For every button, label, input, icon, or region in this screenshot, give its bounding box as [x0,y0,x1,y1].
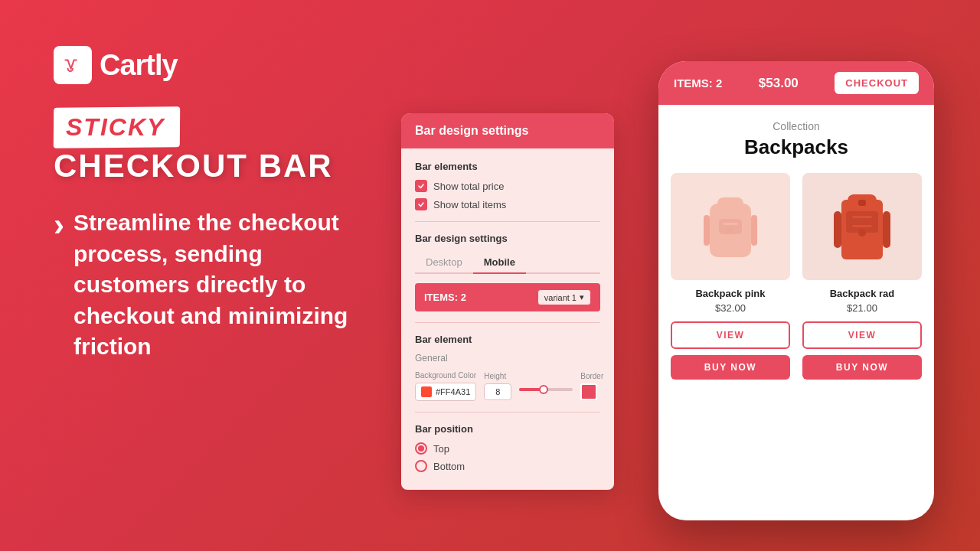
show-total-items-row[interactable]: Show total items [415,198,600,210]
tab-mobile[interactable]: Mobile [473,252,526,274]
svg-rect-16 [858,200,866,206]
radio-top[interactable] [415,442,427,455]
svg-rect-2 [717,197,743,213]
radio-top-inner [418,445,424,452]
sticky-label: STICKY [66,113,165,141]
divider-1 [415,221,600,222]
svg-point-7 [727,227,733,233]
settings-panel: Bar design settings Bar elements Show to… [401,113,614,490]
phone-top-bar: ITEMS: 2 $53.00 CHECKOUT [658,61,934,105]
product-price-red: $21.00 [847,302,877,314]
height-value: 8 [495,387,500,396]
svg-rect-6 [723,223,738,225]
color-swatch [421,386,432,397]
border-group: Border [580,372,603,400]
border-swatch[interactable] [580,383,597,400]
bar-element-section: Bar element General Background Color #FF… [415,334,600,401]
slider-track[interactable] [519,388,573,391]
radio-bottom[interactable] [415,460,427,472]
general-label: General [415,353,600,364]
show-total-price-row[interactable]: Show total price [415,180,600,192]
variant-dropdown[interactable]: variant 1 ▾ [537,289,591,305]
checkout-bar-label: CHECKOUT BAR [54,148,333,184]
bar-elements-label: Bar elements [415,161,600,172]
color-hex: #FF4A31 [436,387,470,396]
height-label: Height [484,372,511,380]
bar-position-label: Bar position [415,423,600,435]
svg-rect-4 [704,215,710,246]
checkmark-icon [417,182,425,190]
left-section: Cartly STICKY CHECKOUT BAR › Streamline … [54,46,375,363]
height-input-box[interactable]: 8 [484,383,511,400]
tabs-row: Desktop Mobile [415,252,600,274]
backpack-red-svg [828,181,897,272]
svg-rect-14 [852,225,872,227]
show-total-items-checkbox[interactable] [415,198,427,210]
radio-bottom-label: Bottom [433,461,465,472]
hero-description: Streamline the checkout process, sending… [74,207,375,363]
slider-group [519,382,573,391]
description-block: › Streamline the checkout process, sendi… [54,207,375,363]
product-name-pink: Backpack pink [695,288,765,299]
show-total-items-label: Show total items [433,199,506,210]
chevron-icon: › [54,209,64,241]
divider-2 [415,322,600,323]
tab-desktop[interactable]: Desktop [415,252,473,274]
backpack-red-bg [802,173,922,280]
logo-icon [60,53,85,77]
svg-rect-13 [852,216,872,218]
logo-box [54,46,92,84]
bar-position-section: Bar position Top Bottom [415,423,600,472]
svg-point-15 [858,229,866,236]
bar-design-label: Bar design settings [415,233,600,244]
radio-bottom-row[interactable]: Bottom [415,460,600,472]
backpack-pink-svg [696,181,765,272]
logo-container: Cartly [54,46,375,84]
radio-top-label: Top [433,443,449,455]
phone-items-count: ITEMS: 2 [674,77,722,90]
sticky-badge-container: STICKY CHECKOUT BAR [54,107,375,184]
settings-body: Bar elements Show total price Show total… [401,148,614,490]
sticky-brush-bg: STICKY [54,107,180,148]
product-image-red [802,173,922,280]
settings-title: Bar design settings [415,124,528,137]
color-input-box[interactable]: #FF4A31 [415,383,476,401]
product-price-pink: $32.00 [715,302,746,314]
show-total-price-label: Show total price [433,181,505,192]
phone-checkout-button[interactable]: CHECKOUT [835,72,919,94]
dropdown-chevron-icon: ▾ [580,292,584,302]
slider-thumb [539,385,548,394]
radio-top-row[interactable]: Top [415,442,600,455]
border-label: Border [580,372,603,380]
bar-element-label: Bar element [415,334,600,345]
collection-subtitle: Collection [671,120,922,132]
collection-title: Backpacks [671,135,922,159]
brand-name: Cartly [100,49,178,82]
backpack-pink-bg [671,173,790,280]
slider-fill [519,388,541,391]
view-button-pink[interactable]: VIEW [671,321,790,349]
bg-color-group: Background Color #FF4A31 [415,371,476,401]
preview-bar: ITEMS: 2 variant 1 ▾ [415,283,600,311]
height-group: Height 8 [484,372,511,400]
phone-mockup: ITEMS: 2 $53.00 CHECKOUT Collection Back… [658,61,934,520]
bg-color-label: Background Color [415,371,476,380]
variant-dropdown-text: variant 1 [544,293,577,302]
product-card-pink: Backpack pink $32.00 VIEW BUY NOW [671,173,790,380]
preview-bar-text: ITEMS: 2 [424,292,466,303]
product-name-red: Backpack rad [830,288,895,299]
buy-button-red[interactable]: BUY NOW [802,355,922,380]
show-total-price-checkbox[interactable] [415,180,427,192]
settings-header: Bar design settings [401,113,614,148]
phone-content: Collection Backpacks [658,105,934,520]
products-grid: Backpack pink $32.00 VIEW BUY NOW [671,173,922,380]
divider-3 [415,412,600,412]
product-image-pink [671,173,790,280]
product-card-red: Backpack rad $21.00 VIEW BUY NOW [802,173,922,380]
color-row: Background Color #FF4A31 Height 8 [415,371,600,401]
svg-rect-12 [883,211,890,248]
svg-rect-11 [834,211,841,248]
buy-button-pink[interactable]: BUY NOW [671,355,790,380]
phone-price: $53.00 [759,76,799,91]
view-button-red[interactable]: VIEW [802,321,922,349]
